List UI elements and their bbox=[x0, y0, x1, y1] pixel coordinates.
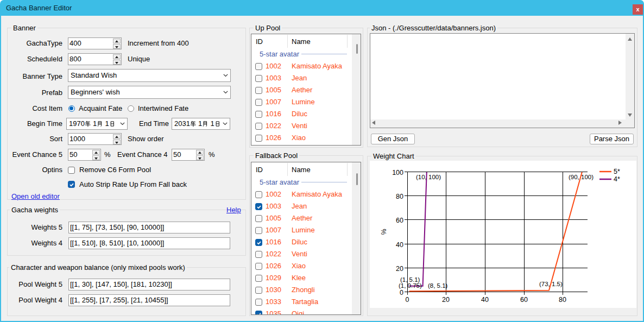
svg-text:60: 60 bbox=[396, 217, 403, 224]
svg-text:0: 0 bbox=[400, 289, 403, 296]
svg-text:4*: 4* bbox=[614, 175, 620, 183]
svg-text:5*: 5* bbox=[614, 168, 620, 175]
svg-text:60: 60 bbox=[520, 296, 528, 304]
svg-text:(8, 5.1): (8, 5.1) bbox=[428, 282, 448, 289]
svg-text:20: 20 bbox=[396, 265, 403, 273]
svg-text:20: 20 bbox=[442, 296, 450, 304]
svg-text:(90, 100): (90, 100) bbox=[569, 174, 594, 180]
svg-text:80: 80 bbox=[396, 193, 403, 200]
svg-text:%: % bbox=[380, 229, 388, 235]
svg-text:(1, 0.75): (1, 0.75) bbox=[399, 282, 422, 289]
svg-text:40: 40 bbox=[481, 296, 489, 304]
svg-text:(73, 1.5): (73, 1.5) bbox=[539, 281, 563, 287]
svg-text:(10, 100): (10, 100) bbox=[416, 174, 441, 180]
svg-text:40: 40 bbox=[396, 241, 403, 249]
svg-text:100: 100 bbox=[392, 169, 403, 176]
svg-text:80: 80 bbox=[559, 296, 566, 304]
svg-text:0: 0 bbox=[406, 296, 409, 304]
